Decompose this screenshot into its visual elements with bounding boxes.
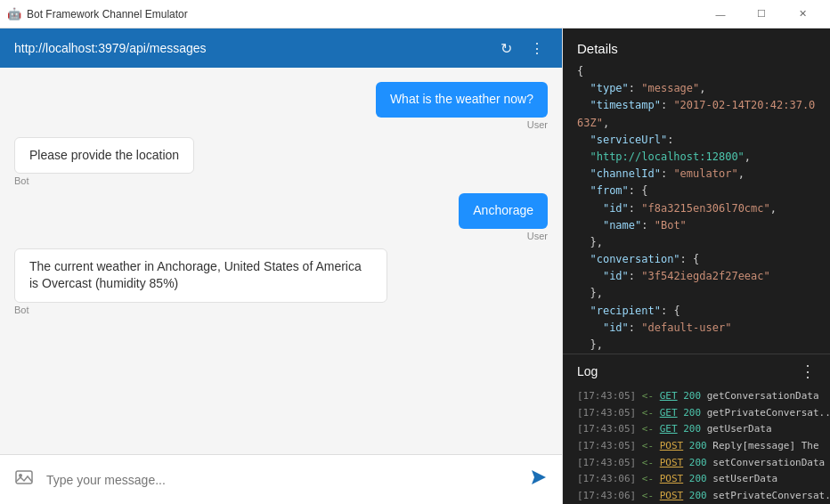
log-method[interactable]: POST <box>660 490 684 501</box>
log-time: [17:43:05] <box>577 407 636 419</box>
send-button[interactable] <box>526 465 551 494</box>
details-panel: Details { "type": "message", "timestamp"… <box>563 28 830 504</box>
details-title: Details <box>563 28 830 63</box>
sender-label-4: Bot <box>14 305 387 315</box>
log-time: [17:43:06] <box>577 490 636 501</box>
log-entry: [17:43:06] <- POST 200 setUserData <box>577 471 816 488</box>
app-title: Bot Framework Channel Emulator <box>27 8 188 20</box>
log-time: [17:43:06] <box>577 473 636 484</box>
log-direction: <- <box>642 490 654 501</box>
log-header: Log ⋮ <box>563 354 830 388</box>
log-desc: getPrivateConversat... <box>707 407 830 419</box>
log-direction: <- <box>642 473 654 484</box>
log-desc: getUserData <box>707 423 772 435</box>
json-line-9: "name": "Bot" <box>577 217 816 234</box>
json-line-3: "timestamp": "2017-02-14T20:42:37.063Z", <box>577 97 816 131</box>
log-method[interactable]: GET <box>660 423 678 435</box>
bubble-left-4: The current weather in Anchorage, United… <box>14 248 387 315</box>
image-icon <box>14 467 34 487</box>
chat-input-area <box>0 454 562 504</box>
bubble-right-1: What is the weather now? User <box>376 82 548 130</box>
log-title: Log <box>577 364 598 378</box>
message-bubble-2: Please provide the location <box>14 137 194 175</box>
svg-marker-2 <box>532 470 546 484</box>
chat-panel: http://localhost:3979/api/messages ↻ ⋮ W… <box>0 28 563 504</box>
message-text-4: The current weather in Anchorage, United… <box>29 259 362 291</box>
message-group-1: What is the weather now? User <box>14 82 548 130</box>
log-desc: setUserData <box>712 473 777 484</box>
minimize-button[interactable]: — <box>700 0 741 28</box>
log-method[interactable]: POST <box>660 473 684 484</box>
sender-label-1: User <box>376 119 548 130</box>
log-status: 200 <box>683 407 701 419</box>
json-line-10: }, <box>577 234 816 251</box>
bubble-left-2: Please provide the location Bot <box>14 137 194 187</box>
maximize-button[interactable]: ☐ <box>741 0 782 28</box>
json-line-16: }, <box>577 337 816 354</box>
details-content: { "type": "message", "timestamp": "2017-… <box>563 63 830 354</box>
app-icon: 🤖 <box>7 7 21 21</box>
log-direction: <- <box>642 457 654 468</box>
message-input[interactable] <box>46 473 517 487</box>
window-controls: — ☐ ✕ <box>700 0 823 28</box>
json-line-6: "channelId": "emulator", <box>577 166 816 183</box>
message-text-1: What is the weather now? <box>390 92 533 106</box>
log-time: [17:43:05] <box>577 457 636 468</box>
log-time: [17:43:05] <box>577 423 636 435</box>
log-direction: <- <box>642 423 654 435</box>
main-layout: http://localhost:3979/api/messages ↻ ⋮ W… <box>0 28 830 504</box>
close-button[interactable]: ✕ <box>782 0 823 28</box>
address-bar: http://localhost:3979/api/messages ↻ ⋮ <box>0 28 562 68</box>
json-line-4: "serviceUrl": <box>577 132 816 149</box>
json-line-8: "id": "f8a3215en306l70cmc", <box>577 200 816 217</box>
log-desc: getConversationData <box>707 390 819 402</box>
json-line-1: { <box>577 63 816 80</box>
title-bar: 🤖 Bot Framework Channel Emulator — ☐ ✕ <box>0 0 830 28</box>
log-entry: [17:43:05] <- POST 200 setConversationDa… <box>577 455 816 472</box>
log-status: 200 <box>683 390 701 402</box>
log-method[interactable]: POST <box>660 457 684 468</box>
chat-messages: What is the weather now? User Please pro… <box>0 68 562 454</box>
log-time: [17:43:05] <box>577 440 636 451</box>
sender-label-3: User <box>459 231 548 241</box>
address-actions: ↻ ⋮ <box>497 37 548 61</box>
log-time: [17:43:05] <box>577 390 636 402</box>
log-status: 200 <box>689 490 707 501</box>
json-line-13: }, <box>577 285 816 302</box>
log-entry: [17:43:05] <- GET 200 getConversationDat… <box>577 388 816 405</box>
message-bubble-4: The current weather in Anchorage, United… <box>14 248 387 303</box>
address-menu-button[interactable]: ⋮ <box>526 37 548 61</box>
log-status: 200 <box>689 457 707 468</box>
url-display: http://localhost:3979/api/messages <box>14 41 497 55</box>
log-status: 200 <box>683 423 701 435</box>
log-entry: [17:43:06] <- POST 200 setPrivateConvers… <box>577 488 816 504</box>
log-desc: setPrivateConversat... <box>712 490 830 501</box>
log-status: 200 <box>689 440 707 451</box>
log-direction: <- <box>642 407 654 419</box>
message-text-3: Anchorage <box>473 203 533 217</box>
json-line-7: "from": { <box>577 183 816 199</box>
log-direction: <- <box>642 440 654 451</box>
message-bubble-1: What is the weather now? <box>376 82 548 118</box>
log-method[interactable]: GET <box>660 390 678 402</box>
log-desc: setConversationData <box>712 457 825 468</box>
message-text-2: Please provide the location <box>29 148 179 162</box>
log-desc: Reply[message] The <box>712 440 818 451</box>
message-group-2: Please provide the location Bot <box>14 137 548 187</box>
json-line-11: "conversation": { <box>577 251 816 268</box>
message-bubble-3: Anchorage <box>459 193 548 229</box>
message-group-3: Anchorage User <box>14 193 548 241</box>
send-icon <box>530 468 548 486</box>
json-line-15: "id": "default-user" <box>577 320 816 337</box>
log-entry: [17:43:05] <- POST 200 Reply[message] Th… <box>577 438 816 455</box>
log-status: 200 <box>689 473 707 484</box>
attach-button[interactable] <box>11 464 37 495</box>
log-method[interactable]: POST <box>660 440 684 451</box>
refresh-button[interactable]: ↻ <box>497 37 516 61</box>
json-line-12: "id": "3f542iegda2f27eeac" <box>577 268 816 285</box>
log-method[interactable]: GET <box>660 407 678 419</box>
log-section: Log ⋮ [17:43:05] <- GET 200 getConversat… <box>563 354 830 504</box>
log-content: [17:43:05] <- GET 200 getConversationDat… <box>563 388 830 504</box>
log-menu-button[interactable]: ⋮ <box>800 362 816 381</box>
bubble-right-3: Anchorage User <box>459 193 548 241</box>
